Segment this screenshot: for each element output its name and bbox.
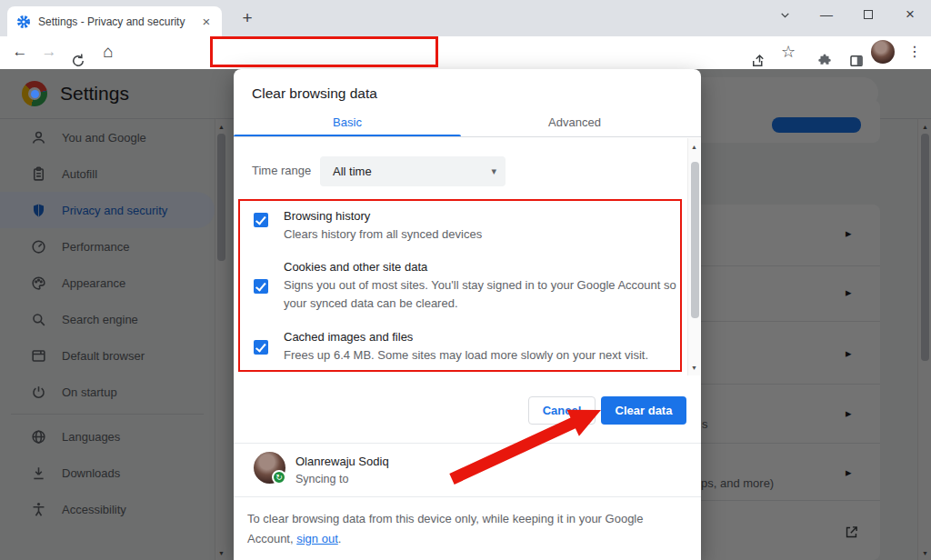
- maximize-icon: [864, 10, 873, 19]
- browser-menu-dots-icon[interactable]: ⋮: [900, 36, 929, 69]
- side-panel-icon[interactable]: [842, 36, 871, 69]
- tab-strip: Settings - Privacy and security × + — ×: [0, 0, 931, 36]
- sign-out-link[interactable]: sign out: [296, 532, 338, 545]
- account-name: Olanrewaju Sodiq: [295, 455, 389, 468]
- sync-badge-icon: ↻: [272, 470, 286, 485]
- minimize-button[interactable]: —: [806, 0, 847, 31]
- browser-toolbar: ← → ⌂ Chrome chrome://settings/clearBrow…: [0, 36, 931, 69]
- bookmark-star-icon[interactable]: ☆: [774, 36, 803, 69]
- cancel-button[interactable]: Cancel: [528, 396, 596, 425]
- tab-title: Settings - Privacy and security: [38, 15, 198, 28]
- share-button[interactable]: [744, 36, 773, 69]
- window-close-button[interactable]: ×: [889, 0, 931, 31]
- reload-button[interactable]: [64, 36, 93, 69]
- time-range-select[interactable]: All time ▾: [320, 156, 506, 186]
- scrollbar-thumb[interactable]: [691, 162, 699, 318]
- dialog-scrollbar[interactable]: ▲ ▼: [687, 138, 700, 375]
- new-tab-button[interactable]: +: [235, 5, 260, 31]
- dialog-footer-note: To clear browsing data from this device …: [247, 509, 671, 549]
- time-range-value: All time: [333, 165, 491, 178]
- forward-button[interactable]: →: [35, 36, 64, 69]
- dialog-title: Clear browsing data: [252, 85, 377, 102]
- scroll-down-icon[interactable]: ▼: [688, 365, 700, 371]
- tab-basic[interactable]: Basic: [234, 109, 461, 137]
- account-row: ↻ Olanrewaju Sodiq Syncing to: [234, 443, 701, 497]
- extensions-puzzle-icon[interactable]: [810, 36, 839, 69]
- scroll-up-icon[interactable]: ▲: [688, 144, 700, 150]
- account-sync-status: Syncing to: [295, 473, 348, 485]
- home-button[interactable]: ⌂: [94, 36, 123, 69]
- back-button[interactable]: ←: [5, 36, 35, 69]
- browser-window: Settings - Privacy and security × + — × …: [0, 0, 931, 560]
- tab-close-icon[interactable]: ×: [198, 14, 215, 30]
- tab-advanced[interactable]: Advanced: [461, 109, 688, 137]
- settings-gear-favicon-icon: [16, 15, 31, 29]
- dropdown-caret-icon: ▾: [491, 165, 496, 177]
- time-range-label: Time range: [252, 164, 311, 177]
- clear-data-button[interactable]: Clear data: [601, 396, 686, 425]
- annotation-box-checkboxes: [238, 199, 682, 372]
- profile-avatar[interactable]: [868, 36, 897, 69]
- maximize-button[interactable]: [847, 0, 889, 31]
- annotation-box-url: [210, 36, 438, 67]
- tab-settings[interactable]: Settings - Privacy and security ×: [7, 6, 222, 36]
- account-avatar: ↻: [254, 452, 285, 484]
- dialog-tabs: Basic Advanced: [234, 109, 688, 137]
- tab-search-chevron-icon[interactable]: [764, 0, 806, 31]
